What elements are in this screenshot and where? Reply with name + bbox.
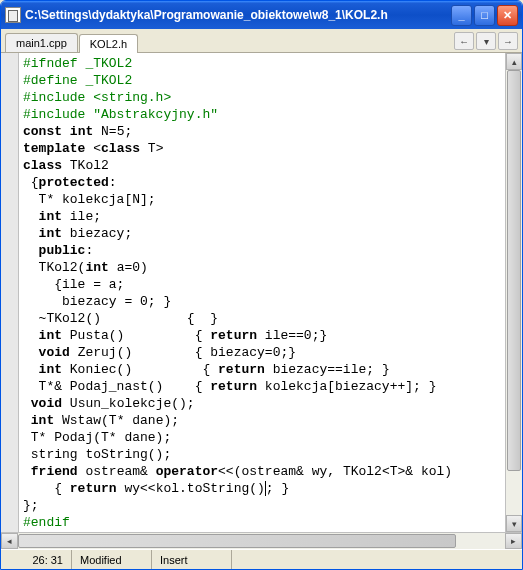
tab-bar: main1.cpp KOL2.h ← ▾ →	[1, 29, 522, 53]
code-line: #include <string.h>	[23, 90, 171, 105]
code-token: :	[85, 243, 93, 258]
tab-main1-cpp[interactable]: main1.cpp	[5, 33, 78, 52]
code-token: void	[31, 396, 62, 411]
code-token: int	[70, 124, 93, 139]
code-line: #include "Abstrakcyjny.h"	[23, 107, 218, 122]
code-token: return	[218, 362, 265, 377]
code-line: #ifndef _TKOL2	[23, 56, 132, 71]
code-token: friend	[31, 464, 78, 479]
tab-kol2-h[interactable]: KOL2.h	[79, 34, 138, 53]
code-token: template	[23, 141, 85, 156]
code-line: #endif	[23, 515, 70, 530]
code-token: return	[210, 328, 257, 343]
code-line: {ile = a;	[23, 277, 124, 292]
minimize-button[interactable]: _	[451, 5, 472, 26]
code-token: <	[85, 141, 101, 156]
code-token: kolekcja[biezacy++]; }	[257, 379, 436, 394]
code-token: class	[101, 141, 140, 156]
code-token: Koniec() {	[62, 362, 218, 377]
scroll-up-button[interactable]: ▴	[506, 53, 522, 70]
window-buttons: _ □ ✕	[451, 5, 518, 26]
editor: #ifndef _TKOL2 #define _TKOL2 #include <…	[1, 53, 522, 532]
code-token: int	[39, 226, 62, 241]
code-token	[23, 345, 39, 360]
code-area[interactable]: #ifndef _TKOL2 #define _TKOL2 #include <…	[19, 53, 505, 532]
code-token: wy<<kol.toString()	[117, 481, 265, 496]
code-line: T* Podaj(T* dane);	[23, 430, 171, 445]
nav-back-button[interactable]: ←	[454, 32, 474, 50]
code-token: Usun_kolekcje();	[62, 396, 195, 411]
code-token: class	[23, 158, 62, 173]
code-token: biezacy;	[62, 226, 132, 241]
code-token: ; }	[266, 481, 289, 496]
scroll-track[interactable]	[18, 533, 505, 549]
code-token: :	[109, 175, 117, 190]
code-token	[23, 243, 39, 258]
status-spacer	[231, 550, 522, 569]
code-token: int	[31, 413, 54, 428]
nav-forward-button[interactable]: →	[498, 32, 518, 50]
code-token: T>	[140, 141, 163, 156]
scroll-down-button[interactable]: ▾	[506, 515, 522, 532]
code-token	[23, 209, 39, 224]
code-token: Zeruj() { biezacy=0;}	[70, 345, 296, 360]
code-token: TKol2(	[23, 260, 85, 275]
code-token: N=5;	[93, 124, 132, 139]
status-position: 26: 31	[1, 550, 71, 569]
app-icon	[5, 7, 21, 23]
code-token: const	[23, 124, 62, 139]
code-token: ile;	[62, 209, 101, 224]
status-modified: Modified	[71, 550, 151, 569]
window-title: C:\Settings\dydaktyka\Programowanie_obie…	[25, 8, 451, 22]
scroll-thumb[interactable]	[18, 534, 456, 548]
code-line: };	[23, 498, 39, 513]
code-token: int	[39, 328, 62, 343]
code-token	[23, 464, 31, 479]
code-token: a=0)	[109, 260, 148, 275]
code-token: protected	[39, 175, 109, 190]
code-token: TKol2	[62, 158, 109, 173]
code-token: ile==0;}	[257, 328, 327, 343]
app-window: C:\Settings\dydaktyka\Programowanie_obie…	[0, 0, 523, 570]
code-line: ~TKol2() { }	[23, 311, 218, 326]
code-token: operator	[156, 464, 218, 479]
vertical-scrollbar[interactable]: ▴ ▾	[505, 53, 522, 532]
code-token: ostream&	[78, 464, 156, 479]
code-line: T* kolekcja[N];	[23, 192, 156, 207]
code-token	[62, 124, 70, 139]
code-token: return	[70, 481, 117, 496]
maximize-button[interactable]: □	[474, 5, 495, 26]
code-token: return	[210, 379, 257, 394]
code-token	[23, 396, 31, 411]
scroll-right-button[interactable]: ▸	[505, 533, 522, 549]
status-insert-mode: Insert	[151, 550, 231, 569]
code-line: biezacy = 0; }	[23, 294, 171, 309]
tab-nav: ← ▾ →	[454, 32, 518, 52]
code-token: T*& Podaj_nast() {	[23, 379, 210, 394]
code-token: {	[23, 481, 70, 496]
status-bar: 26: 31 Modified Insert	[1, 549, 522, 569]
code-token: public	[39, 243, 86, 258]
scroll-track[interactable]	[506, 70, 522, 515]
scroll-left-button[interactable]: ◂	[1, 533, 18, 549]
code-token: int	[85, 260, 108, 275]
code-token	[23, 362, 39, 377]
code-token	[23, 413, 31, 428]
code-token: {	[23, 175, 39, 190]
code-line: #define _TKOL2	[23, 73, 132, 88]
horizontal-scrollbar[interactable]: ◂ ▸	[1, 532, 522, 549]
nav-dropdown-button[interactable]: ▾	[476, 32, 496, 50]
code-token: biezacy==ile; }	[265, 362, 390, 377]
titlebar[interactable]: C:\Settings\dydaktyka\Programowanie_obie…	[1, 1, 522, 29]
code-token: <<(ostream& wy, TKol2<T>& kol)	[218, 464, 452, 479]
code-token: Wstaw(T* dane);	[54, 413, 179, 428]
close-button[interactable]: ✕	[497, 5, 518, 26]
code-token: int	[39, 362, 62, 377]
code-token: void	[39, 345, 70, 360]
code-token	[23, 328, 39, 343]
gutter	[1, 53, 19, 532]
code-token: Pusta() {	[62, 328, 210, 343]
code-token: int	[39, 209, 62, 224]
scroll-thumb[interactable]	[507, 70, 521, 471]
code-token	[23, 226, 39, 241]
